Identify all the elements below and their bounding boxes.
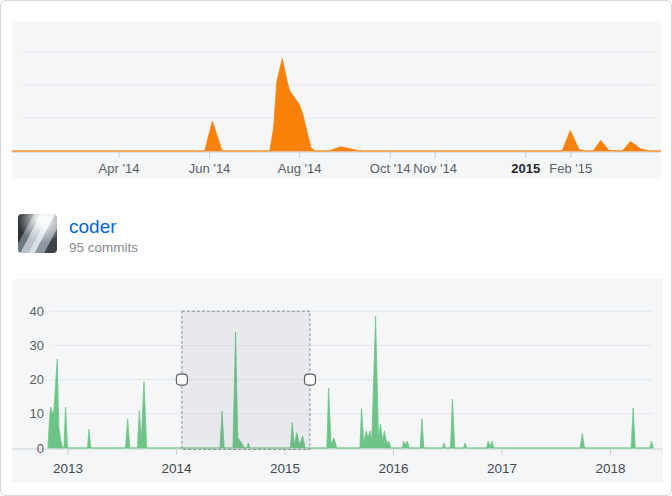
- contributors-graph-page: Apr '14Jun '14Aug '14Oct '14Nov '142015F…: [0, 0, 672, 496]
- range-activity-chart-panel: Apr '14Jun '14Aug '14Oct '14Nov '142015F…: [12, 21, 661, 179]
- area-series: [12, 59, 661, 151]
- y-tick-label: 0: [37, 441, 44, 456]
- y-tick-label: 10: [30, 406, 44, 421]
- x-tick-label: 2018: [595, 461, 625, 476]
- range-activity-chart: Apr '14Jun '14Aug '14Oct '14Nov '142015F…: [12, 21, 661, 179]
- x-tick-label: 2014: [161, 461, 192, 476]
- x-tick-label: 2015: [511, 161, 540, 176]
- contributor-avatar[interactable]: [18, 214, 57, 253]
- y-tick-label: 20: [30, 372, 44, 387]
- y-tick-label: 30: [30, 338, 44, 353]
- contributor-commit-count: 95 commits: [69, 239, 138, 256]
- x-tick-label: 2015: [270, 461, 300, 476]
- x-tick-label: Aug '14: [278, 161, 322, 176]
- x-tick-label: Nov '14: [413, 161, 457, 176]
- x-tick-label: Apr '14: [99, 161, 140, 176]
- contributor-card: coder 95 commits: [18, 214, 138, 256]
- x-tick-label: Oct '14: [370, 161, 411, 176]
- contributor-name-link[interactable]: coder: [69, 216, 138, 237]
- all-time-chart-panel: 201320142015201620172018010203040: [12, 279, 663, 482]
- brush-selection[interactable]: [182, 311, 310, 449]
- x-tick-label: 2013: [53, 461, 83, 476]
- brush-handle-left[interactable]: [176, 374, 187, 385]
- y-tick-label: 40: [30, 304, 44, 319]
- x-tick-label: 2016: [378, 461, 408, 476]
- all-time-activity-chart[interactable]: 201320142015201620172018010203040: [12, 279, 663, 482]
- brush-handle-right[interactable]: [305, 374, 316, 385]
- contributor-meta: coder 95 commits: [69, 214, 138, 256]
- area-series: [48, 316, 654, 448]
- x-tick-label: 2017: [487, 461, 517, 476]
- x-tick-label: Jun '14: [189, 161, 231, 176]
- x-tick-label: Feb '15: [549, 161, 592, 176]
